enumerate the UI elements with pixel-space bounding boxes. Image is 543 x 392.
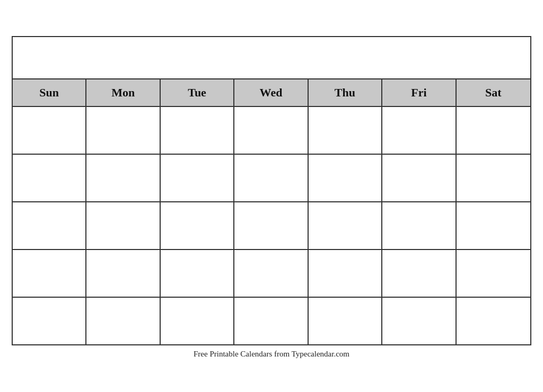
cell-3-7[interactable] — [457, 202, 530, 249]
cell-4-7[interactable] — [457, 250, 530, 297]
calendar-header: Sun Mon Tue Wed Thu Fri Sat — [13, 79, 530, 107]
cell-3-4[interactable] — [234, 202, 308, 249]
cell-4-3[interactable] — [161, 250, 234, 297]
cell-5-7[interactable] — [457, 298, 530, 344]
cell-5-6[interactable] — [382, 298, 456, 344]
calendar-row-2 — [13, 155, 530, 202]
cell-2-2[interactable] — [86, 155, 160, 201]
calendar-row-3 — [13, 202, 530, 250]
cell-1-5[interactable] — [309, 107, 382, 154]
cell-4-6[interactable] — [382, 250, 456, 297]
calendar-grid — [13, 107, 530, 344]
cell-5-2[interactable] — [86, 298, 160, 344]
cell-5-4[interactable] — [234, 298, 308, 344]
cell-3-3[interactable] — [161, 202, 234, 249]
cell-2-4[interactable] — [234, 155, 308, 201]
day-header-fri: Fri — [382, 79, 456, 106]
day-header-wed: Wed — [234, 79, 308, 106]
calendar-row-1 — [13, 107, 530, 155]
cell-5-1[interactable] — [13, 298, 86, 344]
cell-4-5[interactable] — [309, 250, 382, 297]
day-header-sat: Sat — [457, 79, 530, 106]
day-header-mon: Mon — [86, 79, 160, 106]
footer-text: Free Printable Calendars from Typecalend… — [194, 350, 349, 359]
calendar-title-row — [13, 37, 530, 79]
cell-3-2[interactable] — [86, 202, 160, 249]
cell-1-7[interactable] — [457, 107, 530, 154]
day-header-sun: Sun — [13, 79, 86, 106]
cell-5-3[interactable] — [161, 298, 234, 344]
cell-2-3[interactable] — [161, 155, 234, 201]
cell-1-2[interactable] — [86, 107, 160, 154]
calendar-row-4 — [13, 250, 530, 298]
calendar-row-5 — [13, 298, 530, 344]
cell-1-1[interactable] — [13, 107, 86, 154]
cell-1-6[interactable] — [382, 107, 456, 154]
page-wrapper: Sun Mon Tue Wed Thu Fri Sat — [0, 0, 543, 392]
cell-3-5[interactable] — [309, 202, 382, 249]
day-header-thu: Thu — [309, 79, 382, 106]
cell-1-4[interactable] — [234, 107, 308, 154]
calendar-container: Sun Mon Tue Wed Thu Fri Sat — [12, 36, 531, 345]
cell-2-7[interactable] — [457, 155, 530, 201]
cell-5-5[interactable] — [309, 298, 382, 344]
cell-1-3[interactable] — [161, 107, 234, 154]
cell-4-4[interactable] — [234, 250, 308, 297]
day-header-tue: Tue — [161, 79, 234, 106]
cell-2-5[interactable] — [309, 155, 382, 201]
cell-3-6[interactable] — [382, 202, 456, 249]
cell-2-1[interactable] — [13, 155, 86, 201]
cell-4-1[interactable] — [13, 250, 86, 297]
cell-4-2[interactable] — [86, 250, 160, 297]
cell-3-1[interactable] — [13, 202, 86, 249]
cell-2-6[interactable] — [382, 155, 456, 201]
